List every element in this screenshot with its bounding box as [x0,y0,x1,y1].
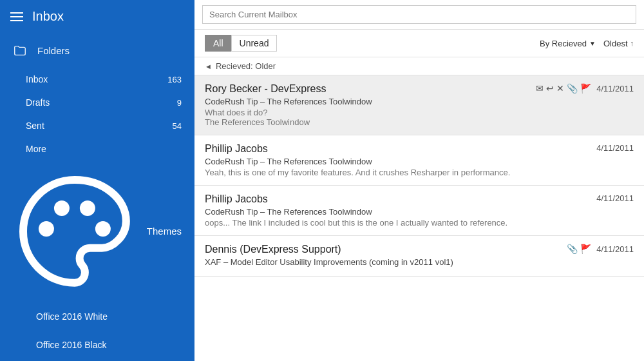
attachment-icon: 📎 [567,83,578,93]
sidebar-theme-white[interactable]: Office 2016 White [0,302,194,331]
search-bar [194,0,644,30]
filter-tabs: All Unread [205,35,277,52]
sidebar-header: Inbox [0,0,194,33]
email-date: 4/11/2011 [596,244,634,254]
email-subject: CodeRush Tip – The References Toolwindow [205,207,634,217]
email-preview: What does it do?The References Toolwindo… [205,108,634,127]
section-header: ◄ Recieved: Older [194,57,644,75]
email-action-icons: 📎 🚩 [567,244,591,254]
sidebar-theme-black[interactable]: Office 2016 Black [0,331,194,359]
sort-by-label: By Recieved [540,39,587,48]
filter-all-tab[interactable]: All [205,35,231,52]
sidebar-item-themes[interactable]: Themes [0,161,194,302]
delete-icon[interactable]: ✕ [556,83,564,93]
sent-count: 54 [173,121,182,131]
drafts-count: 9 [177,98,182,108]
email-item[interactable]: Dennis (DevExpress Support) 📎 🚩 4/11/201… [194,236,644,277]
email-sender: Dennis (DevExpress Support) [205,244,341,255]
email-subject: XAF – Model Editor Usability Improvement… [205,257,634,267]
search-input[interactable] [202,5,636,24]
svg-point-0 [39,221,54,237]
email-date: 4/11/2011 [596,193,634,203]
section-label: Recieved: Older [216,61,276,71]
reply-icon[interactable]: ✉ [536,83,544,93]
section-arrow-icon: ◄ [205,63,212,70]
sidebar-item-sent[interactable]: Sent 54 [0,114,194,137]
svg-point-3 [95,221,111,237]
sort-order-arrow: ↑ [630,39,634,47]
email-subject: CodeRush Tip – The References Toolwindow [205,157,634,166]
email-item[interactable]: Phillip Jacobs 4/11/2011 CodeRush Tip – … [194,135,644,186]
filter-unread-tab[interactable]: Unread [231,35,278,52]
theme-white-label: Office 2016 White [36,311,108,322]
themes-label: Themes [147,226,182,237]
email-date: 4/11/2011 [596,84,634,93]
sidebar-item-more[interactable]: More [0,137,194,161]
themes-icon [13,170,137,293]
email-preview: Yeah, this is one of my favorite feature… [205,168,634,177]
flag-icon[interactable]: 🚩 [580,83,591,93]
email-preview: oops... The link I included is cool but … [205,218,634,228]
sort-dropdown-arrow: ▼ [589,40,596,47]
svg-point-2 [80,200,95,216]
inbox-count: 163 [167,75,182,84]
svg-point-1 [54,200,70,216]
email-action-icons: ✉ ↩ ✕ 📎 🚩 [536,83,591,93]
sidebar-title: Inbox [32,9,64,24]
email-item[interactable]: Phillip Jacobs 4/11/2011 CodeRush Tip – … [194,186,644,236]
email-list: Rory Becker - DevExpress ✉ ↩ ✕ 📎 🚩 4/11/… [194,75,644,361]
main-content: All Unread By Recieved ▼ Oldest ↑ ◄ Reci… [194,0,644,361]
email-sender: Phillip Jacobs [205,143,268,155]
email-meta: ✉ ↩ ✕ 📎 🚩 4/11/2011 [536,83,634,93]
forward-icon[interactable]: ↩ [546,83,554,93]
email-sender: Rory Becker - DevExpress [205,83,327,95]
sidebar: Inbox Folders Inbox 163 Drafts 9 Sent 54… [0,0,194,361]
sidebar-item-inbox[interactable]: Inbox 163 [0,68,194,91]
email-meta: 📎 🚩 4/11/2011 [567,244,634,254]
sort-order-label: Oldest [603,39,628,48]
drafts-label: Drafts [26,97,50,108]
email-item[interactable]: Rory Becker - DevExpress ✉ ↩ ✕ 📎 🚩 4/11/… [194,75,644,135]
flag-icon[interactable]: 🚩 [580,244,591,254]
inbox-label: Inbox [26,74,48,84]
email-date: 4/11/2011 [596,143,634,153]
email-sender: Phillip Jacobs [205,193,268,205]
sort-controls[interactable]: By Recieved ▼ Oldest ↑ [540,39,634,48]
folders-label: Folders [37,45,70,56]
hamburger-menu-button[interactable] [10,12,23,21]
email-meta: 4/11/2011 [596,143,634,153]
sent-label: Sent [26,121,44,131]
filter-bar: All Unread By Recieved ▼ Oldest ↑ [194,30,644,57]
sidebar-item-folders[interactable]: Folders [0,33,194,68]
folder-icon [13,43,27,57]
theme-black-label: Office 2016 Black [36,340,106,350]
email-subject: CodeRush Tip – The References Toolwindow [205,97,634,106]
attachment-icon: 📎 [567,244,578,254]
email-meta: 4/11/2011 [596,193,634,203]
more-label: More [26,144,46,154]
sidebar-item-drafts[interactable]: Drafts 9 [0,91,194,114]
